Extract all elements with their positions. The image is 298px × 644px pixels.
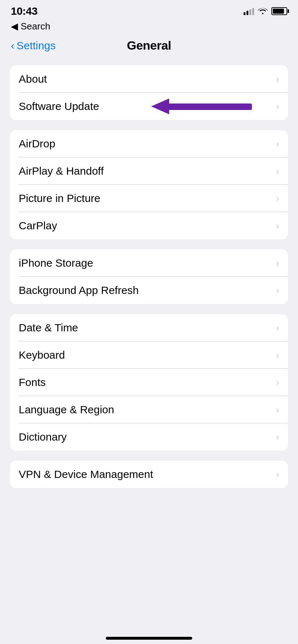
chevron-right-icon: ›	[276, 469, 279, 480]
software-update-label: Software Update	[19, 100, 99, 112]
settings-row-background-app-refresh[interactable]: Background App Refresh ›	[10, 277, 288, 304]
chevron-right-icon: ›	[276, 220, 279, 231]
chevron-right-icon: ›	[276, 193, 279, 204]
settings-group-4: Date & Time › Keyboard › Fonts › Languag…	[10, 314, 288, 451]
settings-row-vpn-device-management[interactable]: VPN & Device Management ›	[10, 461, 288, 488]
date-time-label: Date & Time	[19, 322, 78, 334]
language-region-label: Language & Region	[19, 404, 114, 416]
wifi-icon	[258, 6, 268, 16]
software-update-right: ›	[276, 101, 279, 112]
settings-row-keyboard[interactable]: Keyboard ›	[10, 341, 288, 369]
svg-rect-0	[166, 104, 252, 110]
back-button[interactable]: ‹ Settings	[11, 40, 55, 52]
keyboard-label: Keyboard	[19, 349, 65, 361]
chevron-right-icon: ›	[276, 166, 279, 177]
settings-row-about[interactable]: About ›	[10, 65, 288, 93]
search-back: ◀ Search	[0, 19, 298, 35]
status-time: 10:43	[11, 5, 37, 17]
picture-in-picture-label: Picture in Picture	[19, 192, 100, 204]
dictionary-label: Dictionary	[19, 431, 67, 443]
settings-row-date-time[interactable]: Date & Time ›	[10, 314, 288, 341]
airplay-handoff-label: AirPlay & Handoff	[19, 165, 104, 177]
vpn-device-management-label: VPN & Device Management	[19, 468, 153, 480]
settings-row-software-update[interactable]: Software Update ›	[10, 93, 288, 120]
chevron-right-icon: ›	[276, 138, 279, 150]
chevron-right-icon: ›	[276, 74, 279, 85]
settings-content: About › Software Update › AirDr	[0, 58, 298, 505]
settings-group-2: AirDrop › AirPlay & Handoff › Picture in…	[10, 130, 288, 239]
status-icons	[244, 6, 287, 16]
airdrop-label: AirDrop	[19, 138, 55, 150]
chevron-left-icon: ‹	[11, 40, 14, 51]
iphone-storage-label: iPhone Storage	[19, 257, 93, 269]
arrow-annotation	[151, 96, 259, 116]
about-right: ›	[276, 74, 279, 85]
about-label: About	[19, 73, 47, 85]
status-bar: 10:43	[0, 0, 298, 19]
settings-row-dictionary[interactable]: Dictionary ›	[10, 423, 288, 451]
back-label: Settings	[17, 40, 55, 52]
chevron-right-icon: ›	[276, 258, 279, 269]
chevron-right-icon: ›	[276, 101, 279, 112]
settings-group-3: iPhone Storage › Background App Refresh …	[10, 249, 288, 304]
settings-row-fonts[interactable]: Fonts ›	[10, 369, 288, 396]
chevron-right-icon: ›	[276, 322, 279, 334]
svg-marker-1	[151, 98, 169, 114]
chevron-right-icon: ›	[276, 377, 279, 388]
settings-row-carplay[interactable]: CarPlay ›	[10, 212, 288, 239]
settings-group-5: VPN & Device Management ›	[10, 461, 288, 488]
settings-group-1: About › Software Update ›	[10, 65, 288, 120]
background-app-refresh-label: Background App Refresh	[19, 284, 139, 296]
nav-header: ‹ Settings General	[0, 35, 298, 58]
signal-icon	[244, 7, 254, 15]
chevron-right-icon: ›	[276, 432, 279, 443]
fonts-label: Fonts	[19, 376, 46, 388]
page-title: General	[127, 38, 171, 52]
chevron-right-icon: ›	[276, 285, 279, 296]
settings-row-iphone-storage[interactable]: iPhone Storage ›	[10, 249, 288, 277]
carplay-label: CarPlay	[19, 220, 57, 232]
settings-row-airdrop[interactable]: AirDrop ›	[10, 130, 288, 157]
battery-icon	[271, 7, 287, 15]
chevron-right-icon: ›	[276, 404, 279, 415]
chevron-right-icon: ›	[276, 350, 279, 361]
home-indicator	[106, 637, 192, 640]
settings-row-airplay-handoff[interactable]: AirPlay & Handoff ›	[10, 157, 288, 185]
settings-row-picture-in-picture[interactable]: Picture in Picture ›	[10, 185, 288, 212]
settings-row-language-region[interactable]: Language & Region ›	[10, 396, 288, 423]
